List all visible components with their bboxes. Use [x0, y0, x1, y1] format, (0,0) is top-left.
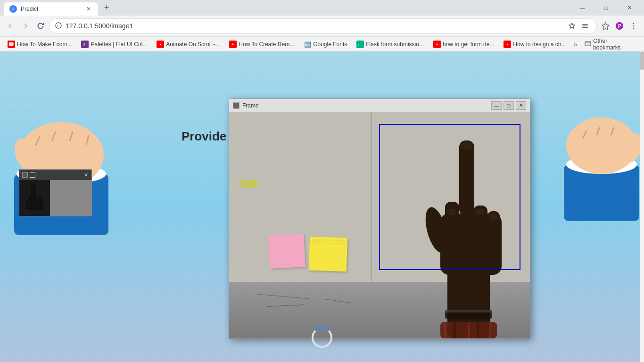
svg-point-10 [633, 25, 635, 27]
security-icon: i [55, 22, 62, 30]
bookmarks-bar: How To Make Ecom... P Palettes | Flat UI… [0, 36, 644, 51]
bookmark-favicon-2: P [81, 41, 89, 48]
back-button[interactable] [4, 19, 17, 33]
close-button[interactable]: ✕ [619, 0, 640, 16]
svg-text:🔤: 🔤 [304, 41, 311, 48]
svg-text:i: i [57, 24, 58, 28]
opencv-title-bar: Frame — □ ✕ [229, 99, 530, 112]
svg-point-2 [56, 23, 61, 28]
cv-maximize-btn[interactable]: □ [504, 101, 514, 110]
bookmark-label-7: how to get form de... [443, 41, 494, 48]
bookmark-favicon-7 [433, 41, 441, 48]
cv-small-box [30, 172, 35, 178]
main-content: Provide an i [0, 51, 644, 362]
cv-small-close[interactable]: ✕ [83, 172, 89, 178]
address-bar[interactable]: i 127.0.0.1:5000/image1 [49, 18, 597, 33]
svg-text:P: P [83, 43, 86, 46]
opencv-small-title-bar: ✕ [19, 170, 91, 180]
bookmark-favicon-4 [229, 41, 237, 48]
cv-minimize-btn[interactable]: — [491, 101, 502, 110]
chrome-menu-button[interactable] [627, 19, 640, 33]
crack-3 [323, 299, 352, 303]
opencv-main-window: Frame — □ ✕ [229, 99, 530, 339]
bookmark-favicon-8 [504, 41, 511, 48]
sticky-note-yellow [309, 237, 347, 272]
tab-area: P Predict ✕ + [4, 0, 570, 16]
nav-icons-right: P [599, 19, 640, 33]
opencv-small-content [19, 180, 91, 216]
bookmark-item-1[interactable]: How To Make Ecom... [4, 40, 75, 49]
bookmark-label-3: Animate On Scroll -... [166, 41, 220, 48]
svg-rect-48 [25, 202, 30, 209]
svg-text:F: F [358, 43, 361, 47]
minimize-button[interactable]: — [571, 0, 593, 16]
chrome-browser: P Predict ✕ + — □ ✕ i 127.0.0.1:500 [0, 0, 644, 362]
scrollbar[interactable] [640, 51, 644, 362]
profile-button[interactable]: P [613, 19, 626, 33]
forward-button[interactable] [19, 19, 32, 33]
bookmark-favicon-6: F [356, 41, 364, 48]
bookmark-star-button[interactable] [566, 20, 578, 32]
cartoon-hand-right [559, 80, 644, 221]
active-tab[interactable]: P Predict ✕ [4, 2, 98, 16]
bookmark-item-3[interactable]: Animate On Scroll -... [153, 40, 223, 49]
opencv-frame-title: Frame [242, 102, 488, 109]
bookmark-item-8[interactable]: How to design a ch... [500, 40, 570, 49]
tab-close-button[interactable]: ✕ [85, 5, 92, 13]
bookmark-label-4: How To Create Rem... [239, 41, 294, 48]
customize-chrome-button[interactable] [579, 20, 591, 32]
crack-1 [253, 294, 309, 299]
address-text: 127.0.0.1:5000/image1 [66, 22, 562, 30]
camera-feed: TWO [229, 112, 530, 338]
bookmark-label-5: Google Fonts [313, 41, 347, 48]
refresh-button[interactable] [34, 19, 47, 33]
prediction-label: TWO [239, 178, 257, 190]
bookmark-item-7[interactable]: how to get form de... [429, 40, 498, 49]
bookmark-item-6[interactable]: F Flask form submissio... [353, 40, 428, 49]
maximize-button[interactable]: □ [595, 0, 617, 16]
svg-text:P: P [618, 24, 621, 29]
other-bookmarks[interactable]: Other bookmarks [581, 37, 640, 52]
tab-favicon: P [9, 5, 17, 13]
bookmark-label-6: Flask form submissio... [366, 41, 424, 48]
cv-small-icon [22, 172, 28, 178]
tab-title: Predict [21, 6, 81, 12]
svg-rect-5 [582, 25, 588, 26]
cv-main-icon [233, 102, 239, 109]
bookmark-item-2[interactable]: P Palettes | Flat UI Col... [77, 40, 151, 49]
bookmark-item-4[interactable]: How To Create Rem... [225, 40, 298, 49]
svg-text:P: P [12, 8, 14, 11]
bookmark-label-1: How To Make Ecom... [17, 41, 72, 48]
bookmark-label-2: Palettes | Flat UI Col... [91, 41, 147, 48]
new-tab-button[interactable]: + [100, 1, 113, 15]
crack-2 [267, 304, 305, 307]
svg-rect-58 [445, 310, 492, 313]
svg-point-9 [633, 23, 635, 25]
cv-small-hand-panel [19, 180, 50, 216]
spinner [312, 327, 332, 348]
sticky-note-pink [268, 234, 305, 269]
more-bookmarks-icon[interactable]: » [571, 41, 579, 48]
cv-close-btn[interactable]: ✕ [516, 101, 526, 110]
address-actions [566, 20, 591, 32]
bookmark-favicon-1 [8, 41, 15, 48]
svg-rect-4 [582, 24, 588, 25]
cv-main-controls: — □ ✕ [491, 101, 526, 110]
loading-spinner [312, 327, 332, 348]
window-controls: — □ ✕ [571, 0, 640, 16]
extensions-button[interactable] [599, 19, 612, 33]
bookmark-label-8: How to design a ch... [513, 41, 566, 48]
scrollbar-thumb[interactable] [640, 51, 644, 70]
nav-bar: i 127.0.0.1:5000/image1 P [0, 16, 644, 36]
bookmark-favicon-5: 🔤 [304, 41, 311, 48]
svg-rect-24 [585, 41, 591, 46]
other-bookmarks-label: Other bookmarks [593, 38, 636, 51]
camera-scene: TWO [229, 112, 530, 338]
svg-point-11 [633, 28, 635, 29]
bookmark-item-5[interactable]: 🔤 Google Fonts [300, 40, 351, 49]
svg-rect-6 [582, 27, 588, 28]
bookmark-favicon-3 [157, 41, 164, 48]
title-bar: P Predict ✕ + — □ ✕ [0, 0, 644, 16]
detection-box [379, 124, 520, 270]
opencv-small-window: ✕ [19, 169, 92, 216]
